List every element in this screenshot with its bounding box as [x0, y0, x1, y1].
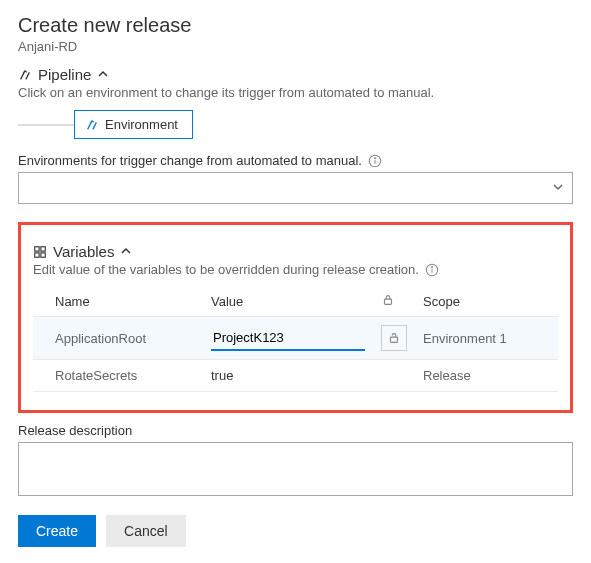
footer: Create Cancel: [18, 515, 573, 547]
create-button[interactable]: Create: [18, 515, 96, 547]
var-value[interactable]: true: [203, 360, 373, 392]
svg-point-9: [431, 266, 432, 267]
col-header-name[interactable]: Name: [33, 287, 203, 317]
trigger-icon: [85, 118, 99, 132]
variables-desc: Edit value of the variables to be overri…: [33, 262, 419, 277]
chevron-up-icon: [120, 243, 132, 260]
var-value-input[interactable]: [211, 326, 365, 351]
release-desc-label: Release description: [18, 423, 573, 438]
pipeline-icon: [18, 68, 32, 82]
variables-section-highlight: Variables Edit value of the variables to…: [18, 222, 573, 413]
col-header-lock: [373, 287, 415, 317]
pipeline-connector: [18, 124, 74, 126]
col-header-value[interactable]: Value: [203, 287, 373, 317]
chevron-down-icon: [552, 180, 564, 196]
pipeline-graph: Environment: [18, 110, 573, 139]
pipeline-section-toggle[interactable]: Pipeline: [18, 66, 573, 83]
variables-label: Variables: [53, 243, 114, 260]
var-name: RotateSecrets: [33, 360, 203, 392]
variables-section-toggle[interactable]: Variables: [33, 243, 558, 260]
var-scope[interactable]: Release: [415, 360, 558, 392]
table-row[interactable]: RotateSecrets true Release: [33, 360, 558, 392]
var-name: ApplicationRoot: [33, 317, 203, 360]
cancel-button[interactable]: Cancel: [106, 515, 186, 547]
page-subtitle: Anjani-RD: [18, 39, 573, 54]
var-scope[interactable]: Environment 1: [415, 317, 558, 360]
page-title: Create new release: [18, 14, 573, 37]
info-icon[interactable]: [425, 263, 439, 277]
svg-rect-10: [385, 299, 392, 304]
release-desc-input[interactable]: [18, 442, 573, 496]
svg-point-2: [374, 157, 375, 158]
variables-table: Name Value Scope ApplicationRoot: [33, 287, 558, 392]
col-header-scope[interactable]: Scope: [415, 287, 558, 317]
info-icon[interactable]: [368, 154, 382, 168]
lock-icon: [381, 293, 395, 307]
pipeline-label: Pipeline: [38, 66, 91, 83]
table-row[interactable]: ApplicationRoot Environment 1: [33, 317, 558, 360]
variables-icon: [33, 245, 47, 259]
lock-toggle[interactable]: [381, 325, 407, 351]
environment-node-label: Environment: [105, 117, 178, 132]
env-trigger-label: Environments for trigger change from aut…: [18, 153, 362, 168]
chevron-up-icon: [97, 66, 109, 83]
svg-rect-3: [35, 246, 39, 250]
svg-rect-11: [391, 337, 398, 342]
svg-rect-5: [35, 252, 39, 256]
pipeline-desc: Click on an environment to change its tr…: [18, 85, 573, 100]
svg-rect-4: [41, 246, 45, 250]
env-trigger-dropdown[interactable]: [18, 172, 573, 204]
svg-rect-6: [41, 252, 45, 256]
environment-node[interactable]: Environment: [74, 110, 193, 139]
